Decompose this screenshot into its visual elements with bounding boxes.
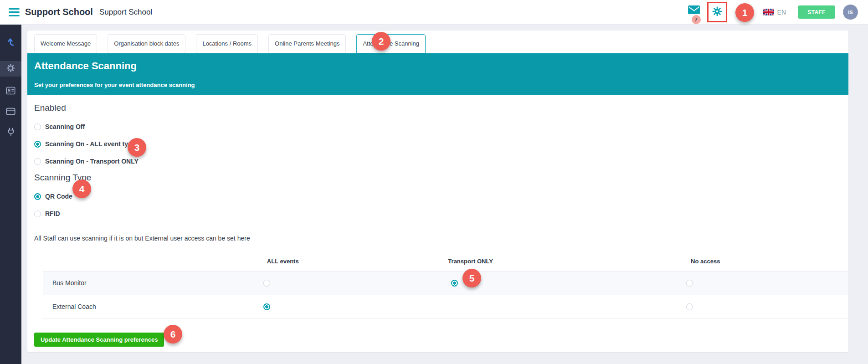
staff-button[interactable]: STAFF bbox=[798, 5, 835, 19]
table-header-row: ALL events Transport ONLY No access bbox=[43, 252, 849, 271]
id-card-icon bbox=[6, 87, 15, 97]
settings-content: Enabled Scanning Off Scanning On - ALL e… bbox=[27, 103, 848, 347]
settings-highlight-box[interactable] bbox=[707, 2, 727, 22]
radio-option-qr-code[interactable]: QR Code bbox=[34, 193, 72, 200]
tab-online-parents-meetings[interactable]: Online Parents Meetings bbox=[268, 34, 346, 53]
annotation-step-4: 4 bbox=[72, 179, 91, 198]
column-header-all-events: ALL events bbox=[187, 252, 379, 271]
external-access-table: ALL events Transport ONLY No access Bus … bbox=[43, 252, 848, 319]
annotation-step-6: 6 bbox=[164, 325, 182, 343]
plug-icon bbox=[7, 128, 15, 138]
scanning-type-heading: Scanning Type bbox=[34, 173, 848, 183]
attendance-scanning-banner: Attendance Scanning Set your preferences… bbox=[27, 53, 848, 95]
radio-option-scanning-off[interactable]: Scanning Off bbox=[34, 123, 85, 130]
sidebar-item-id-card[interactable] bbox=[0, 84, 21, 99]
radio-bus-monitor-all-events[interactable] bbox=[263, 280, 270, 287]
mail-icon bbox=[688, 8, 700, 15]
gear-icon bbox=[6, 64, 15, 74]
sidebar-item-levelup[interactable] bbox=[0, 35, 21, 50]
banner-title: Attendance Scanning bbox=[34, 60, 848, 72]
uk-flag-icon[interactable] bbox=[763, 9, 774, 15]
tab-locations-rooms[interactable]: Locations / Rooms bbox=[196, 34, 258, 53]
banner-subtitle: Set your preferences for your event atte… bbox=[34, 82, 848, 88]
sidebar-item-window[interactable] bbox=[0, 104, 21, 120]
avatar[interactable]: IS bbox=[843, 5, 858, 20]
sidebar-item-plug[interactable] bbox=[0, 125, 21, 141]
radio-scanning-on-transport[interactable] bbox=[34, 158, 41, 165]
radio-label: Scanning Off bbox=[45, 123, 85, 130]
annotation-step-1: 1 bbox=[735, 3, 754, 22]
radio-option-scanning-on-all[interactable]: Scanning On - ALL event types bbox=[34, 140, 139, 148]
radio-qr-code[interactable] bbox=[34, 193, 41, 200]
radio-option-scanning-on-transport[interactable]: Scanning On - Transport ONLY bbox=[34, 158, 139, 165]
row-label: Bus Monitor bbox=[43, 271, 187, 295]
table-row-external-coach: External Coach bbox=[43, 295, 849, 318]
radio-label: Scanning On - Transport ONLY bbox=[45, 158, 139, 165]
update-attendance-scanning-button[interactable]: Update Attendance Scanning preferences bbox=[34, 333, 164, 347]
mail-count-badge: 7 bbox=[692, 15, 701, 24]
language-label[interactable]: EN bbox=[777, 9, 786, 16]
radio-external-coach-no-access[interactable] bbox=[686, 303, 693, 310]
radio-label: Scanning On - ALL event types bbox=[45, 140, 139, 148]
cell-external-coach-transport-empty bbox=[379, 295, 563, 318]
column-header-no-access: No access bbox=[563, 252, 848, 271]
column-header-transport-only: Transport ONLY bbox=[379, 252, 563, 271]
annotation-step-5: 5 bbox=[462, 269, 481, 287]
menu-icon[interactable] bbox=[9, 8, 20, 16]
radio-option-rfid[interactable]: RFID bbox=[34, 210, 60, 217]
annotation-step-3: 3 bbox=[128, 138, 146, 157]
window-icon bbox=[6, 108, 15, 117]
enabled-heading: Enabled bbox=[34, 103, 848, 113]
row-label: External Coach bbox=[43, 295, 187, 318]
radio-label: QR Code bbox=[45, 193, 72, 200]
radio-scanning-off[interactable] bbox=[34, 123, 41, 130]
radio-scanning-on-all[interactable] bbox=[34, 141, 41, 148]
tab-welcome-message[interactable]: Welcome Message bbox=[34, 34, 97, 53]
table-row-bus-monitor: Bus Monitor bbox=[43, 271, 849, 295]
tab-attendance-scanning[interactable]: Attendance Scanning bbox=[356, 34, 426, 53]
settings-card: Welcome Message Organisation block dates… bbox=[27, 31, 848, 352]
radio-bus-monitor-no-access[interactable] bbox=[686, 280, 693, 287]
radio-label: RFID bbox=[45, 210, 60, 217]
annotation-step-2: 2 bbox=[372, 32, 390, 51]
app-title: Support School bbox=[25, 7, 93, 17]
sidebar bbox=[0, 25, 21, 364]
radio-bus-monitor-transport-only[interactable] bbox=[451, 280, 458, 287]
main-area: Welcome Message Organisation block dates… bbox=[21, 25, 868, 364]
tab-organisation-block-dates[interactable]: Organisation block dates bbox=[108, 34, 185, 53]
level-up-arrow-icon bbox=[6, 37, 15, 48]
external-access-note: All Staff can use scanning if it is on b… bbox=[34, 235, 848, 242]
tab-bar: Welcome Message Organisation block dates… bbox=[27, 31, 848, 53]
radio-rfid[interactable] bbox=[34, 210, 41, 217]
mail-button[interactable]: 7 bbox=[688, 5, 700, 19]
column-header-blank bbox=[43, 252, 187, 271]
gear-icon bbox=[712, 6, 722, 18]
radio-external-coach-all-events[interactable] bbox=[263, 303, 270, 310]
breadcrumb-page-title: Support School bbox=[99, 8, 152, 17]
sidebar-item-settings[interactable] bbox=[0, 61, 21, 77]
